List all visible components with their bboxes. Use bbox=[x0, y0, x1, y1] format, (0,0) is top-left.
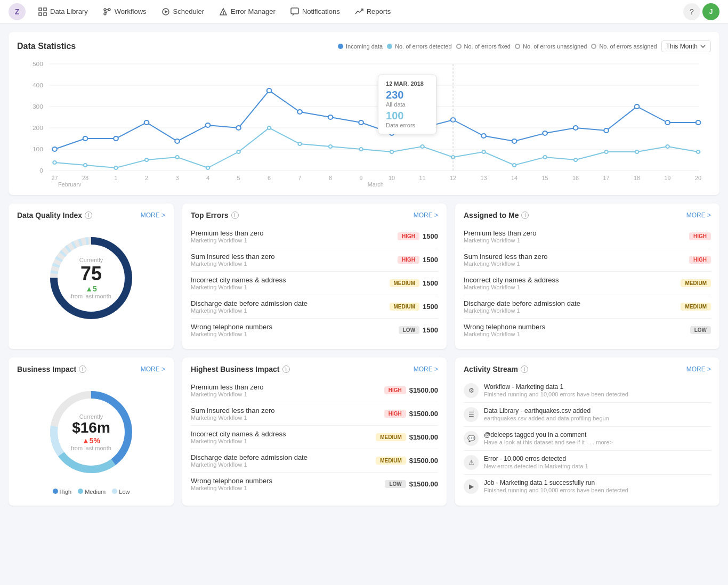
activity-item[interactable]: ☰ Data Library - earthquakes.csv added e… bbox=[464, 403, 711, 427]
error-info: Premium less than zero Marketing Workflo… bbox=[191, 229, 394, 243]
svg-text:200: 200 bbox=[33, 125, 43, 131]
activity-item[interactable]: 💬 @deleeps tagged you in a comment Have … bbox=[464, 427, 711, 451]
svg-point-57 bbox=[390, 150, 394, 153]
assigned-item[interactable]: Incorrect city names & address Marketing… bbox=[464, 272, 711, 295]
assigned-item[interactable]: Discharge date before admission date Mar… bbox=[464, 295, 711, 319]
svg-point-31 bbox=[267, 88, 272, 93]
data-quality-more[interactable]: MORE > bbox=[141, 212, 165, 219]
top-errors-title: Top Errors i bbox=[191, 211, 239, 220]
message-square-icon bbox=[290, 7, 299, 16]
svg-text:19: 19 bbox=[665, 175, 671, 181]
nav-item-data-library[interactable]: Data Library bbox=[32, 0, 94, 23]
highest-impact-header: Highest Business Impact i MORE > bbox=[191, 365, 438, 373]
highest-impact-list: Premium less than zero Marketing Workflo… bbox=[191, 379, 438, 495]
business-impact-info-icon[interactable]: i bbox=[79, 365, 86, 373]
play-circle-icon bbox=[161, 7, 170, 16]
assigned-item[interactable]: Sum insured less than zero Marketing Wor… bbox=[464, 248, 711, 272]
legend-errors-assigned: No. of errors assigned bbox=[591, 43, 657, 50]
svg-text:18: 18 bbox=[634, 175, 640, 181]
highest-impact-item[interactable]: Incorrect city names & address Marketing… bbox=[191, 426, 438, 449]
activity-item[interactable]: ⚠ Error - 10,000 erros detected New erro… bbox=[464, 451, 711, 475]
svg-text:13: 13 bbox=[481, 175, 487, 181]
top-errors-card: Top Errors i MORE > Premium less than ze… bbox=[182, 204, 447, 349]
top-error-item[interactable]: Discharge date before admission date Mar… bbox=[191, 295, 438, 319]
period-select[interactable]: This Month bbox=[661, 40, 711, 52]
activity-text: Data Library - earthquakes.csv added bbox=[484, 407, 609, 415]
activity-content: Workflow - Marketing data 1 Finished run… bbox=[484, 383, 628, 398]
activity-more[interactable]: MORE > bbox=[686, 365, 711, 373]
business-impact-more[interactable]: MORE > bbox=[141, 365, 165, 373]
legend-dot-errors-detected bbox=[387, 44, 392, 49]
top-error-item[interactable]: Premium less than zero Marketing Workflo… bbox=[191, 225, 438, 248]
activity-info-icon[interactable]: i bbox=[521, 365, 528, 373]
svg-rect-11 bbox=[291, 8, 298, 14]
top-error-item[interactable]: Incorrect city names & address Marketing… bbox=[191, 272, 438, 295]
data-statistics-section: Data Statistics Incoming data No. of err… bbox=[9, 32, 719, 195]
top-errors-header: Top Errors i MORE > bbox=[191, 211, 438, 220]
svg-point-65 bbox=[635, 150, 639, 153]
error-sub: Marketing Workflow 1 bbox=[191, 284, 386, 290]
svg-point-67 bbox=[697, 150, 700, 153]
svg-point-29 bbox=[206, 123, 211, 127]
nav-item-error-manager[interactable]: Error Manager bbox=[213, 0, 282, 23]
assigned-title: Assigned to Me i bbox=[464, 211, 529, 220]
highest-impact-item[interactable]: Premium less than zero Marketing Workflo… bbox=[191, 379, 438, 402]
assigned-item[interactable]: Wrong telephone numbers Marketing Workfl… bbox=[464, 319, 711, 342]
nav-item-notifications[interactable]: Notifications bbox=[284, 0, 346, 23]
user-avatar[interactable]: J bbox=[702, 3, 719, 20]
top-error-item[interactable]: Sum insured less than zero Marketing Wor… bbox=[191, 248, 438, 272]
donut-from: from last month bbox=[71, 293, 111, 299]
highest-impact-title: Highest Business Impact i bbox=[191, 365, 290, 373]
chart-header: Data Statistics Incoming data No. of err… bbox=[17, 40, 711, 52]
svg-text:10: 10 bbox=[389, 175, 395, 181]
highest-impact-more[interactable]: MORE > bbox=[414, 365, 438, 373]
business-from: from last month bbox=[71, 444, 111, 451]
assigned-item[interactable]: Premium less than zero Marketing Workflo… bbox=[464, 225, 711, 248]
top-error-item[interactable]: Wrong telephone numbers Marketing Workfl… bbox=[191, 319, 438, 342]
activity-content: Data Library - earthquakes.csv added ear… bbox=[484, 407, 609, 422]
svg-point-64 bbox=[604, 150, 608, 153]
highest-impact-item[interactable]: Sum insured less than zero Marketing Wor… bbox=[191, 402, 438, 426]
error-sub: Marketing Workflow 1 bbox=[191, 438, 373, 444]
top-errors-info-icon[interactable]: i bbox=[231, 212, 239, 219]
assigned-info-icon[interactable]: i bbox=[521, 212, 529, 219]
highest-impact-info-icon[interactable]: i bbox=[282, 365, 290, 373]
chevron-down-icon bbox=[700, 43, 706, 50]
activity-item[interactable]: ⚙ Workflow - Marketing data 1 Finished r… bbox=[464, 379, 711, 403]
tooltip-value1: 230 bbox=[386, 89, 428, 101]
error-info: Discharge date before admission date Mar… bbox=[464, 299, 677, 314]
svg-point-25 bbox=[83, 136, 88, 141]
nav-logo[interactable]: Z bbox=[9, 3, 26, 20]
severity-badge: MEDIUM bbox=[390, 279, 420, 287]
error-name: Incorrect city names & address bbox=[191, 276, 386, 284]
error-count: 1500 bbox=[423, 279, 438, 287]
svg-text:14: 14 bbox=[511, 175, 517, 181]
grid-icon bbox=[38, 7, 47, 16]
assigned-more[interactable]: MORE > bbox=[686, 212, 711, 219]
error-name: Premium less than zero bbox=[191, 383, 381, 391]
severity-badge: MEDIUM bbox=[681, 279, 711, 287]
help-button[interactable]: ? bbox=[683, 3, 700, 20]
svg-point-33 bbox=[328, 115, 333, 119]
nav-item-workflows[interactable]: Workflows bbox=[96, 0, 153, 23]
highest-impact-item[interactable]: Discharge date before admission date Mar… bbox=[191, 449, 438, 473]
svg-point-52 bbox=[237, 150, 240, 153]
business-impact-card: Business Impact i MORE > Currently bbox=[9, 358, 174, 506]
main-content: Data Statistics Incoming data No. of err… bbox=[0, 23, 728, 514]
highest-impact-item[interactable]: Wrong telephone numbers Marketing Workfl… bbox=[191, 473, 438, 495]
data-quality-info-icon[interactable]: i bbox=[85, 212, 92, 219]
error-name: Discharge date before admission date bbox=[191, 453, 373, 461]
nav-item-reports[interactable]: Reports bbox=[349, 0, 398, 23]
activity-item[interactable]: ▶ Job - Marketing data 1 successfully ru… bbox=[464, 475, 711, 498]
svg-point-40 bbox=[543, 131, 547, 135]
top-errors-more[interactable]: MORE > bbox=[414, 212, 438, 219]
error-info: Discharge date before admission date Mar… bbox=[191, 299, 386, 314]
data-quality-donut: Currently 75 ▲5 from last month bbox=[43, 230, 139, 326]
nav-item-scheduler[interactable]: Scheduler bbox=[155, 0, 211, 23]
activity-icon: 💬 bbox=[464, 431, 479, 446]
activity-sub: Finished running and 10,000 errors have … bbox=[484, 487, 628, 493]
error-name: Discharge date before admission date bbox=[464, 299, 677, 307]
svg-text:2: 2 bbox=[145, 175, 148, 181]
error-name: Sum insured less than zero bbox=[191, 407, 381, 415]
legend-circle-fixed bbox=[456, 44, 462, 49]
